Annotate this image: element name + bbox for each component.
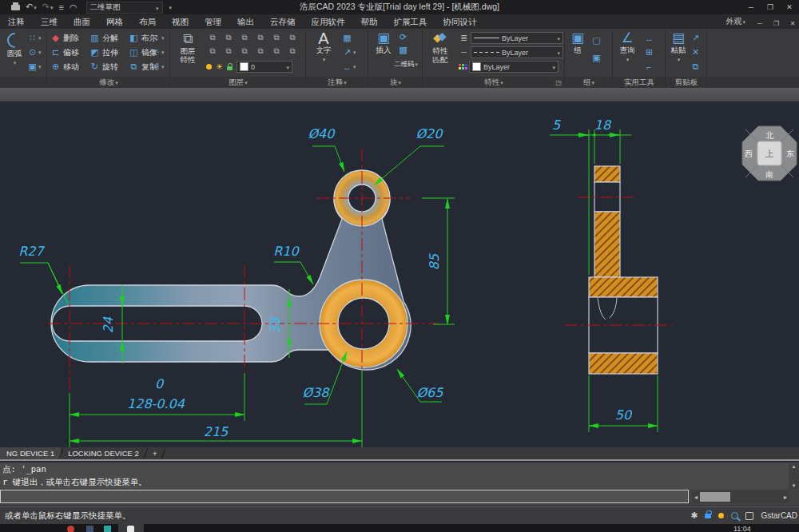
block-ref-button[interactable]: ⟳ — [398, 32, 414, 42]
copy-clip-button[interactable]: ⧉ — [690, 62, 706, 72]
panel-label-group[interactable]: 组 — [566, 77, 612, 88]
group-edit-button[interactable]: ▣ — [591, 53, 607, 63]
scrollbar-thumb[interactable] — [700, 492, 730, 502]
dim-tol-upper[interactable]: 0 — [155, 376, 165, 391]
measure-button[interactable]: ↔ — [644, 34, 660, 43]
magnifier-icon[interactable] — [731, 512, 738, 519]
copy-with-basepoint-button[interactable]: ↗ — [690, 33, 706, 43]
tab-cloud[interactable]: 云存储 — [262, 14, 304, 29]
scroll-up-icon[interactable]: ▴ — [793, 463, 796, 470]
layer-tool-icon[interactable]: ⧉ — [222, 31, 235, 43]
dim-d65[interactable]: Ø65 — [417, 385, 444, 400]
calculator-button[interactable]: ⊞ — [644, 47, 660, 58]
color-select[interactable]: ByLayer — [469, 61, 559, 73]
gear-icon[interactable]: ✱ — [690, 510, 698, 521]
ungroup-button[interactable]: ▢ — [591, 35, 607, 46]
dim-85[interactable]: 85 — [427, 253, 442, 270]
compass-west[interactable]: 西 — [745, 149, 753, 158]
lineweight-select[interactable]: ByLayer — [471, 32, 563, 44]
tab-help[interactable]: 帮助 — [353, 14, 386, 29]
command-history[interactable]: 点: '_pan r 键退出，或单击右键显示快捷菜单。 — [0, 463, 799, 489]
tab-3d[interactable]: 三维 — [33, 14, 66, 29]
taskbar-active-app[interactable] — [118, 524, 144, 532]
layer-tool-icon[interactable]: ⧉ — [254, 31, 267, 43]
appearance-menu[interactable]: 外观 — [726, 16, 746, 27]
dim-r27[interactable]: R27 — [18, 244, 45, 259]
tab-manage[interactable]: 管理 — [197, 14, 229, 29]
compass-east[interactable]: 东 — [786, 149, 794, 158]
explode-button[interactable]: ▥分解 — [89, 33, 127, 44]
panel-label-utilities[interactable]: 实用工具 — [614, 77, 665, 88]
compass-north[interactable]: 北 — [765, 131, 774, 140]
tab-collab[interactable]: 协同设计 — [435, 14, 485, 29]
isolate-bulb-icon[interactable] — [718, 513, 724, 518]
erase-button[interactable]: ◆删除 — [50, 33, 88, 44]
insert-block-button[interactable]: ▣ 插入 — [372, 31, 395, 54]
layer-dropdown[interactable]: 0 — [237, 61, 292, 73]
panel-label-modify[interactable]: 修改 — [48, 77, 169, 88]
tab-view[interactable]: 视图 — [164, 14, 197, 29]
layer-properties-button[interactable]: ⧉ 图层特性 — [173, 32, 203, 64]
tab-surface[interactable]: 曲面 — [66, 14, 98, 29]
qr-code-button[interactable]: 二维码 — [394, 60, 418, 69]
panel-label-block[interactable]: 块 — [369, 77, 422, 88]
match-properties-button[interactable]: ◆ ◆ 特性匹配 — [425, 32, 455, 64]
cut-button[interactable]: ✕ — [690, 47, 706, 58]
offset-button[interactable]: ⊏偏移 — [50, 47, 88, 58]
dim-38[interactable]: 38 — [268, 316, 283, 334]
layer-tool-icon[interactable]: ⧉ — [206, 45, 219, 57]
compass-up[interactable]: 上 — [765, 149, 774, 158]
tab-layout[interactable]: 布局 — [131, 14, 164, 29]
layer-unlock-icon[interactable] — [227, 66, 233, 70]
layer-tool-icon[interactable]: ⧉ — [254, 45, 267, 57]
dim-128[interactable]: 128-0.04 — [127, 396, 185, 411]
scroll-down-icon[interactable]: ▾ — [793, 482, 796, 489]
compass-south[interactable]: 南 — [765, 170, 773, 179]
move-button[interactable]: ⊕移动 — [50, 62, 88, 73]
drawing-area[interactable]: Ø40 Ø20 R27 R10 85 24 38 0 128-0.04 215 … — [0, 101, 799, 447]
id-point-button[interactable]: ⌐ — [644, 62, 660, 72]
close-button[interactable]: ✕ — [780, 0, 799, 14]
tab-annotate[interactable]: 注释 — [0, 14, 33, 29]
circle-tool-button[interactable]: ⊙ — [27, 47, 43, 58]
dim-d38[interactable]: Ø38 — [303, 385, 331, 400]
command-input[interactable] — [0, 490, 689, 503]
command-scrollbar-vertical[interactable]: ▴▾ — [789, 463, 799, 489]
dimension-button[interactable]: ↔ — [342, 62, 358, 72]
dim-215[interactable]: 215 — [204, 424, 229, 439]
layer-thaw-icon[interactable]: ☀ — [216, 63, 223, 71]
rotate-button[interactable]: ↻旋转 — [89, 62, 127, 73]
dim-d40[interactable]: Ø40 — [308, 126, 336, 141]
layer-tool-icon[interactable]: ⧉ — [238, 31, 251, 43]
table-button[interactable]: ▦ — [342, 33, 358, 43]
layer-tool-icon[interactable]: ⧉ — [286, 31, 299, 43]
dim-24[interactable]: 24 — [101, 316, 116, 333]
tab-apps[interactable]: 应用软件 — [304, 14, 353, 29]
layer-tool-icon[interactable]: ⧉ — [222, 45, 235, 57]
dim-5[interactable]: 5 — [552, 117, 561, 133]
layout-tab-2[interactable]: LOCKING DEVICE 2 — [62, 447, 145, 459]
layer-tool-icon[interactable]: ⧉ — [206, 31, 219, 43]
redo-icon[interactable]: ↷ — [42, 2, 54, 12]
scroll-left-icon[interactable]: ◂ — [694, 494, 698, 501]
panel-label-clipboard[interactable]: 剪贴板 — [666, 77, 706, 88]
unlock-icon[interactable] — [705, 514, 711, 518]
panel-label-layer[interactable]: 图层 — [171, 77, 305, 88]
tab-express[interactable]: 扩展工具 — [386, 14, 435, 29]
tab-output[interactable]: 输出 — [229, 14, 262, 29]
tab-mesh[interactable]: 网格 — [98, 14, 131, 29]
doc-close-button[interactable]: ✕ — [786, 20, 799, 27]
print-icon[interactable] — [11, 5, 20, 10]
toolbar-more-icon[interactable] — [169, 2, 173, 12]
leader-button[interactable]: ↗ — [342, 47, 358, 58]
minimize-button[interactable]: ─ — [741, 0, 761, 14]
layer-tool-icon[interactable]: ⧉ — [286, 45, 299, 57]
drawing-canvas[interactable]: Ø40 Ø20 R27 R10 85 24 38 0 128-0.04 215 … — [0, 101, 799, 447]
undo-icon[interactable]: ↶ — [26, 2, 37, 12]
layer-tool-icon[interactable]: ⧉ — [270, 31, 283, 43]
taskbar-app-icon[interactable] — [104, 526, 111, 532]
text-button[interactable]: A 文字 — [312, 31, 336, 64]
paste-button[interactable]: ▤ 粘贴 — [668, 31, 689, 64]
trim-button[interactable]: ⊣ — [150, 62, 166, 72]
restore-button[interactable]: ❐ — [761, 0, 780, 14]
